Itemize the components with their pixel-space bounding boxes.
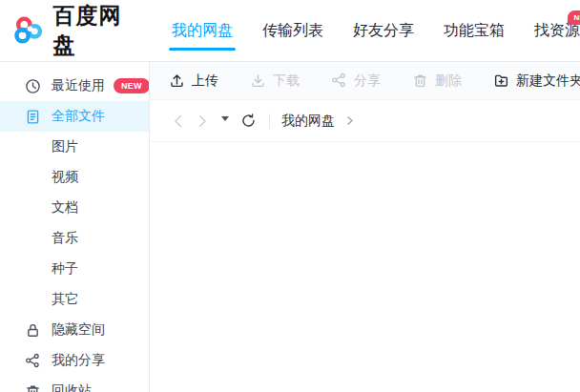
sidebar-item-recent[interactable]: 最近使用 NEW — [0, 71, 149, 101]
sidebar-item-documents[interactable]: 文档 — [0, 193, 149, 223]
sidebar-item-label: 文档 — [52, 199, 78, 217]
new-badge: NEW — [114, 78, 150, 93]
baidu-netdisk-logo-icon — [13, 14, 43, 47]
tab-toolbox[interactable]: 功能宝箱 — [444, 21, 505, 41]
sidebar-item-label: 其它 — [52, 291, 78, 308]
tab-label: 我的网盘 — [172, 22, 233, 38]
clock-icon — [24, 77, 41, 94]
sidebar-item-hidden-space[interactable]: 隐藏空间 — [0, 315, 149, 345]
new-badge: NEW — [568, 10, 580, 25]
sidebar-item-others[interactable]: 其它 — [0, 284, 149, 315]
sidebar-item-music[interactable]: 音乐 — [0, 223, 149, 254]
back-button[interactable] — [169, 112, 188, 131]
primary-nav: 我的网盘 传输列表 好友分享 功能宝箱 找资源 NEW — [172, 21, 580, 41]
breadcrumb-current[interactable]: 我的网盘 — [281, 113, 335, 130]
sidebar-item-all-files[interactable]: 全部文件 — [0, 101, 149, 132]
sidebar-item-label: 隐藏空间 — [52, 321, 105, 339]
sidebar-item-label: 回收站 — [52, 382, 92, 392]
history-dropdown-caret-icon[interactable] — [221, 116, 229, 125]
delete-button[interactable]: 删除 — [412, 72, 462, 90]
download-button[interactable]: 下载 — [250, 72, 300, 90]
file-list-area — [150, 142, 580, 392]
app-body: 最近使用 NEW 全部文件 图片 视频 文档 — [0, 62, 580, 392]
breadcrumb-divider — [269, 113, 270, 129]
sidebar-item-label: 图片 — [52, 138, 78, 155]
toolbar-button-label: 删除 — [435, 72, 462, 90]
upload-button[interactable]: 上传 — [169, 72, 218, 90]
brand-logo[interactable]: 百度网盘 — [13, 1, 137, 60]
tab-my-drive[interactable]: 我的网盘 — [172, 21, 233, 41]
download-icon — [250, 72, 266, 89]
app-header: 百度网盘 我的网盘 传输列表 好友分享 功能宝箱 找资源 NEW — [0, 0, 580, 62]
sidebar-item-label: 全部文件 — [52, 108, 105, 125]
sidebar-item-torrents[interactable]: 种子 — [0, 254, 149, 284]
sidebar-item-label: 音乐 — [52, 230, 78, 247]
toolbar-button-label: 上传 — [192, 72, 218, 90]
share-icon — [24, 352, 41, 369]
upload-icon — [169, 72, 185, 89]
tab-find-resources[interactable]: 找资源 NEW — [534, 21, 580, 41]
share-button[interactable]: 分享 — [331, 72, 381, 90]
main-panel: 上传 下载 — [150, 62, 580, 392]
sidebar: 最近使用 NEW 全部文件 图片 视频 文档 — [0, 62, 150, 392]
sidebar-item-my-shares[interactable]: 我的分享 — [0, 345, 149, 376]
sidebar-item-label: 我的分享 — [52, 352, 105, 369]
tab-label: 功能宝箱 — [444, 22, 505, 38]
sidebar-item-label: 视频 — [52, 169, 78, 186]
lock-icon — [24, 321, 41, 339]
toolbar-button-label: 新建文件夹 — [516, 72, 580, 90]
sidebar-item-recycle-bin[interactable]: 回收站 — [0, 376, 149, 392]
breadcrumb-bar: 我的网盘 — [150, 100, 580, 142]
trash-icon — [412, 72, 428, 89]
refresh-button[interactable] — [240, 113, 257, 129]
breadcrumb-chevron-icon — [343, 114, 356, 127]
tab-transfer-list[interactable]: 传输列表 — [262, 21, 323, 41]
trash-icon — [24, 382, 41, 392]
toolbar-button-label: 分享 — [354, 72, 381, 90]
sidebar-item-label: 最近使用 — [52, 77, 105, 94]
file-toolbar: 上传 下载 — [150, 62, 580, 100]
sidebar-item-images[interactable]: 图片 — [0, 132, 149, 162]
tab-label: 传输列表 — [262, 22, 323, 38]
new-folder-icon — [493, 72, 509, 89]
share-icon — [331, 72, 347, 89]
document-icon — [24, 108, 41, 125]
tab-friend-shares[interactable]: 好友分享 — [353, 21, 414, 41]
sidebar-item-videos[interactable]: 视频 — [0, 162, 149, 193]
toolbar-button-label: 下载 — [273, 72, 300, 90]
baidu-netdisk-app: 百度网盘 我的网盘 传输列表 好友分享 功能宝箱 找资源 NEW — [0, 0, 580, 392]
app-title: 百度网盘 — [52, 1, 137, 60]
forward-button[interactable] — [193, 112, 212, 131]
sidebar-item-label: 种子 — [52, 260, 78, 278]
tab-label: 好友分享 — [353, 22, 414, 38]
new-folder-button[interactable]: 新建文件夹 — [493, 72, 580, 90]
